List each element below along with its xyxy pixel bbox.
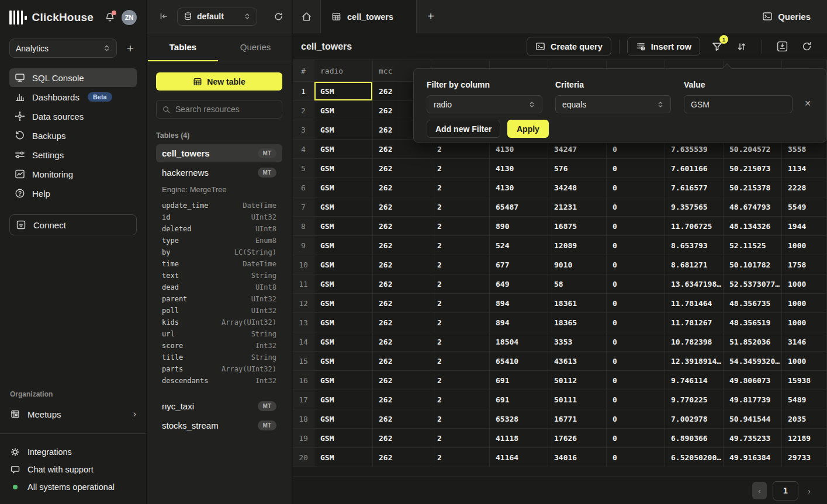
grid-cell[interactable]: 65487 [490, 197, 548, 217]
grid-cell[interactable]: 50.215073 [724, 159, 782, 178]
row-number[interactable]: 14 [293, 332, 314, 352]
grid-cell[interactable]: 262 [373, 178, 431, 197]
row-number[interactable]: 20 [293, 448, 314, 467]
home-tab[interactable] [293, 0, 321, 33]
grid-cell[interactable]: GSM [314, 409, 373, 429]
grid-cell[interactable]: 0 [607, 217, 665, 236]
grid-cell[interactable]: 48.356519 [724, 313, 782, 332]
grid-cell[interactable]: 691 [490, 371, 548, 390]
row-number[interactable]: 1 [293, 82, 314, 101]
new-table-button[interactable]: New table [156, 72, 282, 91]
grid-cell[interactable]: 262 [373, 255, 431, 274]
grid-cell[interactable]: 2 [431, 294, 490, 313]
row-number[interactable]: 9 [293, 236, 314, 255]
grid-cell[interactable]: 2 [431, 429, 490, 448]
grid-cell[interactable]: 2 [431, 390, 490, 409]
grid-cell[interactable]: 9.770225 [665, 390, 724, 409]
next-page-button[interactable]: › [808, 486, 811, 496]
grid-cell[interactable]: 48.674793 [724, 197, 782, 217]
grid-cell[interactable]: 524 [490, 236, 548, 255]
grid-cell[interactable]: 3353 [548, 332, 607, 352]
grid-cell[interactable]: 576 [548, 159, 607, 178]
grid-cell[interactable]: 49.735233 [724, 429, 782, 448]
grid-cell[interactable]: 0 [607, 294, 665, 313]
grid-cell[interactable]: GSM [314, 429, 373, 448]
grid-cell[interactable]: 8.681271 [665, 255, 724, 274]
grid-cell[interactable]: 262 [373, 159, 431, 178]
grid-cell[interactable]: 2 [431, 274, 490, 294]
connect-button[interactable]: Connect [9, 214, 137, 235]
grid-cell[interactable]: 9010 [548, 255, 607, 274]
grid-cell[interactable]: 262 [373, 313, 431, 332]
grid-cell[interactable]: 894 [490, 294, 548, 313]
grid-cell[interactable]: 0 [607, 448, 665, 467]
grid-cell[interactable]: 262 [373, 409, 431, 429]
grid-cell[interactable]: 4130 [490, 178, 548, 197]
grid-cell[interactable]: 65410 [490, 352, 548, 371]
row-number[interactable]: 6 [293, 178, 314, 197]
grid-cell[interactable]: 41118 [490, 429, 548, 448]
grid-cell[interactable]: 48.134326 [724, 217, 782, 236]
grid-cell[interactable]: 262 [373, 352, 431, 371]
add-new-filter-button[interactable]: Add new Filter [427, 120, 500, 138]
grid-cell[interactable]: GSM [314, 332, 373, 352]
row-number[interactable]: 18 [293, 409, 314, 429]
grid-cell[interactable]: 262 [373, 274, 431, 294]
prev-page-button[interactable]: ‹ [752, 482, 767, 499]
sidebar-item-integrations[interactable]: Integrations [9, 443, 137, 461]
grid-cell[interactable]: 50112 [548, 371, 607, 390]
grid-cell[interactable]: 0 [607, 429, 665, 448]
grid-cell[interactable]: 2 [431, 409, 490, 429]
grid-cell[interactable]: GSM [314, 274, 373, 294]
grid-cell[interactable]: 1758 [782, 255, 827, 274]
grid-cell[interactable]: 1000 [782, 352, 827, 371]
grid-cell[interactable]: 7.601166 [665, 159, 724, 178]
row-number[interactable]: 16 [293, 371, 314, 390]
grid-cell[interactable]: 2 [431, 332, 490, 352]
new-tab-button[interactable]: + [417, 0, 445, 33]
grid-cell[interactable]: 13.6347198… [665, 274, 724, 294]
grid-cell[interactable]: GSM [314, 178, 373, 197]
grid-cell[interactable]: 2 [431, 371, 490, 390]
grid-cell[interactable]: 0 [607, 274, 665, 294]
grid-cell[interactable]: 52.11525 [724, 236, 782, 255]
table-item-hackernews[interactable]: hackernews MT [156, 164, 282, 182]
grid-cell[interactable]: 6.890366 [665, 429, 724, 448]
grid-cell[interactable]: 262 [373, 332, 431, 352]
row-number[interactable]: 7 [293, 197, 314, 217]
refresh-tables-icon[interactable] [274, 12, 283, 22]
sidebar-item-backups[interactable]: Backups [9, 126, 137, 145]
grid-cell[interactable]: 262 [373, 294, 431, 313]
grid-cell[interactable]: 262 [373, 197, 431, 217]
table-item-cell-towers[interactable]: cell_towers MT [156, 144, 282, 162]
grid-cell[interactable]: 2 [431, 159, 490, 178]
grid-cell[interactable]: 0 [607, 236, 665, 255]
sidebar-item-monitoring[interactable]: Monitoring [9, 165, 137, 183]
grid-cell[interactable]: 7.616577 [665, 178, 724, 197]
grid-cell[interactable]: 262 [373, 371, 431, 390]
current-page[interactable]: 1 [773, 481, 798, 500]
grid-cell[interactable]: 21231 [548, 197, 607, 217]
sidebar-item-sql-console[interactable]: SQL Console [9, 68, 137, 87]
notifications-bell-icon[interactable] [104, 12, 116, 23]
grid-cell[interactable]: 1000 [782, 313, 827, 332]
grid-cell[interactable]: 0 [607, 332, 665, 352]
grid-cell[interactable]: 2228 [782, 178, 827, 197]
grid-cell[interactable]: 50.101782 [724, 255, 782, 274]
grid-cell[interactable]: 12089 [548, 236, 607, 255]
grid-cell[interactable]: GSM [314, 313, 373, 332]
grid-cell[interactable]: 12189 [782, 429, 827, 448]
grid-cell[interactable]: 8.653793 [665, 236, 724, 255]
download-button[interactable] [774, 39, 790, 54]
row-number[interactable]: 4 [293, 140, 314, 159]
grid-cell[interactable]: 0 [607, 409, 665, 429]
grid-cell[interactable]: 49.817739 [724, 390, 782, 409]
row-number[interactable]: 12 [293, 294, 314, 313]
grid-cell[interactable]: 15938 [782, 371, 827, 390]
grid-cell[interactable]: GSM [314, 255, 373, 274]
row-number[interactable]: 3 [293, 120, 314, 140]
grid-cell[interactable]: 2 [431, 197, 490, 217]
grid-cell[interactable]: 2 [431, 448, 490, 467]
grid-cell[interactable]: 894 [490, 313, 548, 332]
create-query-button[interactable]: Create query [527, 37, 611, 56]
